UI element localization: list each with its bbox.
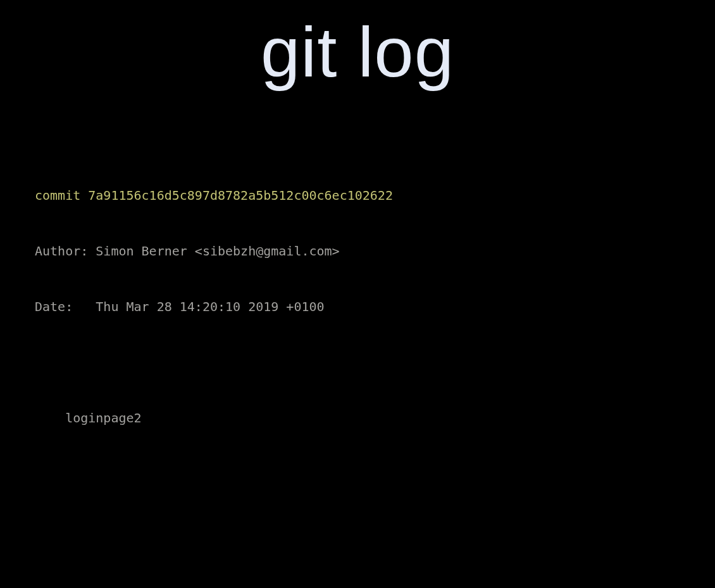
commit-block: commit 7b393b2baca63aec549737ddb9cc2bbf7… <box>35 558 680 588</box>
commit-date-line: Date: Thu Mar 28 14:20:10 2019 +0100 <box>35 298 680 316</box>
commit-author-line: Author: Simon Berner <sibebzh@gmail.com> <box>35 242 680 260</box>
commit-hash-line: commit 7a91156c16d5c897d8782a5b512c00c6e… <box>35 187 680 205</box>
blank-line <box>35 502 680 520</box>
slide-title: git log <box>0 0 715 93</box>
blank-line <box>35 353 680 372</box>
terminal-output: commit 7a91156c16d5c897d8782a5b512c00c6e… <box>35 112 680 588</box>
commit-block: commit 7a91156c16d5c897d8782a5b512c00c6e… <box>35 149 680 465</box>
commit-message: loginpage2 <box>35 409 680 427</box>
